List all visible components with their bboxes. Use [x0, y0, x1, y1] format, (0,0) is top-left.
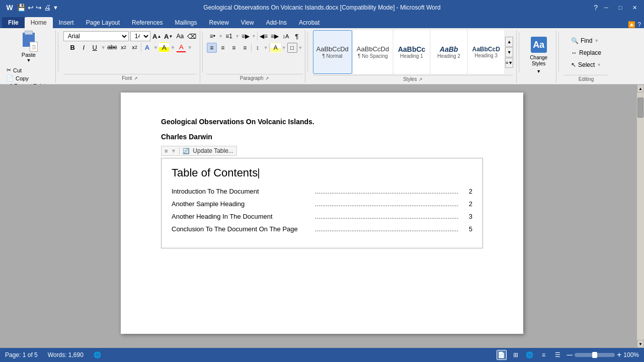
language-indicator[interactable]: 🌐: [94, 351, 101, 358]
copy-btn[interactable]: 📄 Copy: [5, 74, 52, 82]
cut-btn[interactable]: ✂ Cut: [5, 66, 52, 74]
tab-review[interactable]: Review: [203, 17, 234, 28]
tab-home[interactable]: Home: [25, 17, 53, 28]
full-screen-btn[interactable]: ⊞: [511, 350, 521, 360]
toc-dots-2: ........................................…: [314, 200, 458, 208]
update-table-btn[interactable]: Update Table...: [193, 147, 233, 154]
styles-scroll-up[interactable]: ▲: [505, 37, 513, 47]
update-table-toolbar: ≡ ▼ 🔄 Update Table...: [161, 146, 237, 156]
vertical-scrollbar[interactable]: ▲ ▼: [637, 84, 644, 348]
toc-toolbar-sep: [179, 147, 180, 154]
paste-btn[interactable]: 📋 Paste ▼: [5, 30, 52, 65]
justify-btn[interactable]: ≡: [240, 43, 250, 53]
zoom-thumb[interactable]: [592, 352, 597, 358]
tab-insert[interactable]: Insert: [53, 17, 80, 28]
styles-expand-btn[interactable]: ↗: [419, 77, 423, 82]
scroll-down-btn[interactable]: ▼: [637, 340, 644, 348]
decrease-indent-btn[interactable]: ◀≡: [259, 31, 269, 41]
text-effects-btn[interactable]: A: [142, 42, 152, 52]
toc-row-1: Introduction To The Document ...........…: [172, 188, 472, 195]
ribbon-help-btn[interactable]: ?: [637, 21, 641, 28]
help-btn[interactable]: ?: [594, 4, 598, 12]
ribbon-minimize-btn[interactable]: 🔼: [628, 21, 635, 28]
styles-more-btn[interactable]: ≡▼: [505, 58, 513, 68]
tab-view[interactable]: View: [235, 17, 260, 28]
change-case-btn[interactable]: Aa: [175, 31, 185, 41]
quick-print-btn[interactable]: 🖨: [44, 4, 51, 12]
toc-toolbar-arrow[interactable]: ▼: [171, 148, 176, 154]
change-styles-btn[interactable]: Aa ChangeStyles ▼: [525, 30, 552, 80]
toc-row-2: Another Sample Heading .................…: [172, 200, 472, 208]
bullets-btn[interactable]: ≡•: [207, 31, 217, 41]
align-left-btn[interactable]: ≡: [207, 43, 217, 53]
line-spacing-btn[interactable]: ↕: [253, 43, 263, 53]
tab-file[interactable]: File: [2, 17, 25, 28]
scroll-thumb[interactable]: [637, 98, 643, 118]
status-left: Page: 1 of 5 Words: 1,690 🌐: [5, 351, 101, 358]
highlight-btn[interactable]: A: [159, 42, 169, 52]
style-heading1[interactable]: AaBbCc Heading 1: [393, 30, 430, 74]
select-arrow[interactable]: ▼: [597, 62, 601, 67]
find-btn[interactable]: 🔍 Find ▼: [568, 36, 605, 46]
web-layout-btn[interactable]: 🌐: [525, 350, 535, 360]
close-btn[interactable]: ✕: [629, 4, 640, 12]
numbering-btn[interactable]: ≡1: [224, 31, 234, 41]
paste-dropdown[interactable]: ▼: [26, 58, 31, 63]
toc-entry-1: Introduction To The Document ...........…: [172, 188, 472, 195]
toc-page-4: 5: [462, 225, 472, 233]
superscript-btn[interactable]: x2: [130, 42, 140, 52]
zoom-level[interactable]: 100%: [623, 351, 639, 358]
tab-page-layout[interactable]: Page Layout: [80, 17, 126, 28]
toc-page-2: 2: [462, 200, 472, 208]
zoom-minus-btn[interactable]: ─: [567, 350, 573, 359]
multilevel-btn[interactable]: ≡▶: [240, 31, 251, 41]
print-layout-btn[interactable]: 📄: [497, 350, 507, 360]
toc-box[interactable]: Table of Contents Introduction To The Do…: [161, 158, 483, 248]
style-heading3[interactable]: AaBbCcD Heading 3: [468, 30, 504, 74]
scroll-up-btn[interactable]: ▲: [637, 84, 644, 93]
replace-btn[interactable]: ↔ Replace: [568, 48, 605, 58]
increase-indent-btn[interactable]: ≡▶: [270, 31, 280, 41]
outline-view-btn[interactable]: ≡: [539, 350, 549, 360]
style-heading2[interactable]: AaBb Heading 2: [431, 30, 467, 74]
style-no-spacing[interactable]: AaBbCcDd ¶ No Spacing: [353, 30, 392, 74]
underline-btn[interactable]: U: [90, 42, 100, 52]
document-heading: Geological Observations On Volcanic Isla…: [161, 118, 483, 126]
styles-scroll-down[interactable]: ▼: [505, 47, 513, 57]
tab-mailings[interactable]: Mailings: [169, 17, 203, 28]
style-normal[interactable]: AaBbCcDd ¶ Normal: [313, 30, 352, 74]
font-name-select[interactable]: Arial: [63, 31, 129, 41]
undo-quick-btn[interactable]: ↩: [28, 4, 34, 12]
zoom-plus-btn[interactable]: +: [617, 350, 621, 359]
tab-references[interactable]: References: [126, 17, 169, 28]
font-expand-btn[interactable]: ↗: [134, 76, 138, 81]
zoom-slider[interactable]: [575, 353, 615, 357]
strikethrough-btn[interactable]: abc: [107, 42, 117, 52]
customize-quick-access-btn[interactable]: ▼: [53, 5, 58, 11]
draft-view-btn[interactable]: ☰: [553, 350, 563, 360]
font-size-select[interactable]: 14: [130, 31, 150, 41]
shrink-font-btn[interactable]: A▼: [164, 31, 174, 41]
maximize-btn[interactable]: □: [615, 4, 626, 12]
editing-group-label: Editing: [564, 75, 608, 83]
save-quick-btn[interactable]: 💾: [17, 4, 26, 12]
clear-format-btn[interactable]: ⌫: [187, 31, 197, 41]
borders-btn[interactable]: □: [287, 43, 297, 53]
tab-acrobat[interactable]: Acrobat: [293, 17, 326, 28]
italic-btn[interactable]: I: [78, 42, 89, 52]
find-arrow[interactable]: ▼: [594, 38, 599, 43]
paragraph-expand-btn[interactable]: ↗: [265, 76, 269, 81]
show-para-btn[interactable]: ¶: [292, 31, 302, 41]
subscript-btn[interactable]: x2: [119, 42, 129, 52]
sort-btn[interactable]: ↕A: [281, 31, 291, 41]
minimize-btn[interactable]: ─: [601, 4, 612, 12]
bold-btn[interactable]: B: [67, 42, 77, 52]
align-center-btn[interactable]: ≡: [218, 43, 228, 53]
tab-add-ins[interactable]: Add-Ins: [260, 17, 293, 28]
align-right-btn[interactable]: ≡: [229, 43, 239, 53]
grow-font-btn[interactable]: A▲: [152, 31, 162, 41]
select-btn[interactable]: ↖ Select ▼: [568, 60, 605, 70]
font-color-btn[interactable]: A: [176, 42, 186, 52]
redo-quick-btn[interactable]: ↪: [36, 4, 42, 12]
shading-btn[interactable]: A: [271, 43, 281, 53]
